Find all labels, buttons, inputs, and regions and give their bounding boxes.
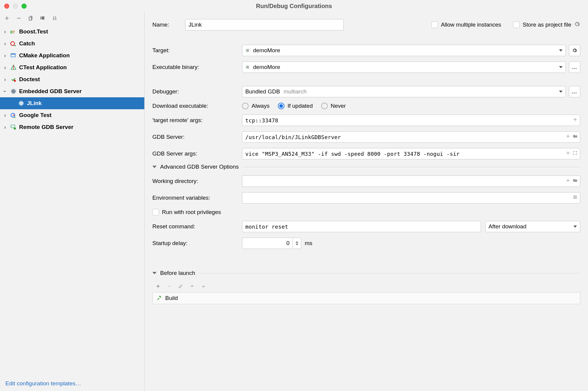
gdb-server-args-label: GDB Server args: [152, 150, 242, 157]
radio-label: Never [331, 103, 346, 109]
gear-icon[interactable] [574, 21, 580, 29]
window-zoom-button[interactable] [22, 4, 27, 9]
working-dir-label: Working directory: [152, 178, 242, 184]
name-label: Name: [152, 21, 185, 28]
before-launch-header: Before launch [160, 270, 195, 276]
tree-item-catch[interactable]: › Catch [0, 38, 144, 50]
window-minimize-button[interactable] [13, 4, 18, 9]
sidebar-toolbar [0, 12, 144, 24]
target-settings-button[interactable] [569, 45, 580, 56]
insert-macro-icon[interactable] [572, 117, 578, 124]
chevron-down-icon: › [2, 89, 8, 94]
gdb-server-field[interactable] [242, 131, 580, 143]
tree-item-remote-gdb-server[interactable]: › Remote GDB Server [0, 121, 144, 133]
allow-multiple-checkbox[interactable]: Allow multiple instances [431, 21, 501, 28]
doctest-icon [10, 76, 17, 83]
chevron-down-icon [573, 226, 577, 228]
debugger-select[interactable]: Bundled GDB multiarch [242, 86, 566, 97]
executable-select[interactable]: demoMore [242, 61, 566, 73]
working-dir-field[interactable] [242, 176, 580, 187]
chevron-right-icon: › [2, 28, 8, 35]
window-close-button[interactable] [4, 4, 9, 9]
advanced-header: Advanced GDB Server Options [160, 164, 239, 170]
tree-item-boost-test[interactable]: › BT Boost.Test [0, 26, 144, 38]
tree-item-doctest[interactable]: › Doctest [0, 73, 144, 85]
remove-config-icon[interactable] [16, 15, 22, 21]
gdb-server-args-field[interactable] [242, 148, 580, 159]
tree-item-label: JLink [27, 100, 42, 107]
radio-label: Always [252, 103, 270, 109]
checkbox-icon [431, 21, 438, 28]
startup-delay-field[interactable] [242, 238, 293, 249]
build-label: Build [165, 295, 178, 301]
remove-task-icon[interactable] [167, 284, 172, 290]
triangle-down-icon [152, 166, 157, 168]
tree-item-ctest-application[interactable]: › CTest Application [0, 61, 144, 73]
tree-item-cmake-application[interactable]: › CMake Application [0, 50, 144, 61]
env-list-icon[interactable] [572, 195, 578, 201]
reset-when-value: After download [489, 223, 526, 230]
env-label: Environment variables: [152, 195, 242, 201]
sort-alpha-icon[interactable] [51, 15, 58, 21]
svg-point-10 [14, 127, 16, 130]
separator [199, 273, 580, 273]
insert-macro-icon[interactable] [565, 134, 571, 141]
insert-macro-icon[interactable] [565, 150, 571, 157]
browse-folder-icon[interactable] [572, 178, 578, 185]
checkbox-label: Allow multiple instances [441, 21, 501, 28]
move-up-icon[interactable] [189, 284, 195, 290]
before-launch-toolbar [152, 282, 580, 292]
download-if-updated-radio[interactable]: If updated [278, 103, 313, 109]
google-test-icon [10, 112, 17, 118]
expand-field-icon[interactable] [572, 150, 578, 157]
separator [242, 167, 580, 167]
store-project-file-checkbox[interactable]: Store as project file [513, 21, 571, 28]
remote-args-field[interactable] [242, 115, 580, 126]
chevron-right-icon: › [2, 124, 8, 130]
tree-item-label: Catch [19, 40, 35, 47]
sidebar-footer: Edit configuration templates… [0, 376, 144, 391]
add-task-icon[interactable] [155, 284, 161, 290]
name-field[interactable] [185, 19, 344, 30]
before-launch-toggle[interactable]: Before launch [152, 270, 580, 276]
edit-task-icon[interactable] [178, 284, 183, 290]
tree-item-jlink[interactable]: JLink [0, 97, 144, 109]
cmake-icon [10, 52, 17, 59]
debugger-more-button[interactable]: … [569, 86, 580, 97]
move-down-icon[interactable] [201, 284, 206, 290]
root-privileges-checkbox[interactable]: Run with root privileges [152, 209, 221, 215]
browse-folder-icon[interactable] [572, 134, 578, 141]
debugger-muted: multiarch [284, 88, 307, 95]
chevron-down-icon [559, 91, 563, 93]
executable-value: demoMore [253, 64, 280, 70]
copy-config-icon[interactable] [27, 15, 34, 21]
insert-macro-icon[interactable] [565, 178, 571, 185]
tree-item-google-test[interactable]: › Google Test [0, 109, 144, 121]
triangle-down-icon [152, 272, 157, 274]
debugger-label: Debugger: [152, 88, 242, 95]
tree-item-label: CMake Application [19, 52, 70, 59]
advanced-section-toggle[interactable]: Advanced GDB Server Options [152, 164, 580, 170]
reset-label: Reset command: [152, 223, 242, 230]
chevron-down-icon [559, 50, 563, 52]
startup-delay-stepper[interactable] [293, 238, 301, 249]
tree-item-embedded-gdb-server[interactable]: › Embedded GDB Server [0, 85, 144, 97]
reset-command-field[interactable] [242, 221, 481, 232]
save-config-icon[interactable] [39, 15, 46, 21]
svg-rect-4 [11, 54, 16, 55]
target-select[interactable]: demoMore [242, 45, 566, 56]
add-config-icon[interactable] [4, 15, 10, 21]
run-icon [245, 48, 251, 53]
target-value: demoMore [253, 47, 280, 54]
svg-rect-9 [11, 125, 15, 128]
reset-when-select[interactable]: After download [485, 221, 580, 232]
tree-item-label: Boost.Test [19, 28, 48, 35]
executable-more-button[interactable]: … [569, 61, 580, 73]
before-launch-build-row[interactable]: Build [152, 292, 580, 304]
edit-templates-link[interactable]: Edit configuration templates… [5, 380, 81, 387]
catch-icon [10, 40, 17, 47]
env-field[interactable] [242, 192, 580, 204]
download-never-radio[interactable]: Never [321, 103, 346, 109]
download-always-radio[interactable]: Always [242, 103, 270, 109]
debugger-value: Bundled GDB [245, 88, 280, 95]
